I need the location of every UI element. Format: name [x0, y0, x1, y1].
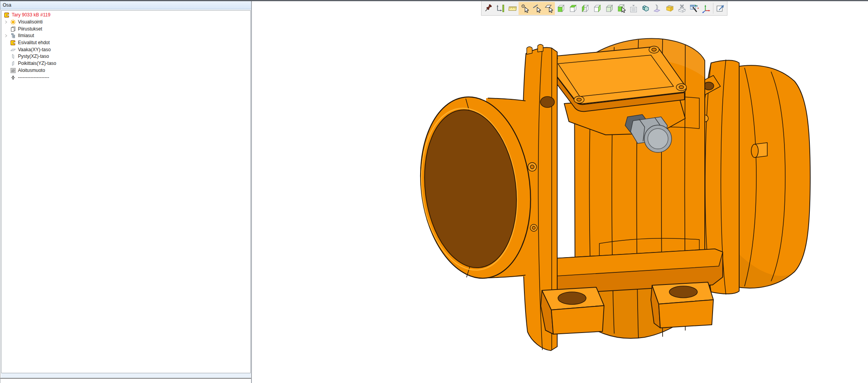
delete-box-icon: [677, 4, 687, 13]
sun-icon: [10, 19, 16, 25]
tree-item-label: Visualisointi: [18, 19, 43, 25]
show-solid-button[interactable]: [603, 2, 615, 15]
panel-title: Osa: [3, 2, 11, 8]
expand-chevron[interactable]: [4, 20, 10, 25]
viewport-3d[interactable]: [252, 1, 868, 383]
tree-item-label: Aloitusmuoto: [18, 68, 45, 73]
chevron-spacer: [4, 26, 10, 32]
solid-model-icon: [641, 4, 651, 13]
sheet-unfold-icon: [653, 4, 663, 13]
chevron-spacer: [4, 47, 10, 52]
preselect-icon: [10, 40, 16, 46]
axes-icon: [701, 4, 711, 13]
list-dropdown-icon: [629, 4, 638, 13]
feature-list-button[interactable]: [627, 2, 640, 15]
export-view-icon: [715, 4, 725, 13]
expand-chevron[interactable]: [4, 33, 10, 39]
select-vertex-button[interactable]: [519, 2, 531, 15]
panel-viewport-splitter[interactable]: [251, 1, 252, 383]
tree-item-visualisointi[interactable]: Visualisointi: [2, 19, 250, 26]
toolbar: [481, 1, 727, 16]
panel-header: Osa: [0, 1, 251, 9]
lower-panel-header: [1, 373, 251, 378]
section-box-button[interactable]: [664, 2, 676, 15]
cube-solid-icon: [604, 4, 614, 13]
ruler-icon: [508, 4, 517, 13]
tree-item-label: Poikittais(YZ)-taso: [18, 61, 56, 66]
show-side-face-button[interactable]: [591, 2, 603, 15]
select-solid-button[interactable]: [615, 2, 627, 15]
coordinate-axes-button[interactable]: [700, 2, 712, 15]
vibration-motor-model[interactable]: [252, 1, 868, 383]
tree-item-poikittais-yz-taso[interactable]: Poikittais(YZ)-taso: [2, 60, 250, 67]
chevron-spacer: [4, 68, 10, 73]
measure-offset-icon: [495, 4, 505, 13]
rollback-icon: [10, 75, 16, 81]
chevron-spacer: [4, 75, 10, 80]
tree-item-tary-9033-kb-119[interactable]: Tary 9033 kB #119: [2, 12, 250, 19]
section-box-icon: [665, 4, 675, 13]
cube-front-face-icon: [556, 4, 566, 13]
select-vertex-icon: [520, 4, 529, 13]
measure-offset-button[interactable]: [494, 2, 506, 15]
tree-item-vaaka-xy-taso[interactable]: Vaaka(XY)-taso: [2, 46, 250, 53]
plane-xz-icon: [10, 54, 16, 59]
window-top-edge: [0, 0, 868, 1]
cube-select-icon: [617, 4, 626, 13]
show-back-face-button[interactable]: [579, 2, 591, 15]
cube-side-face-icon: [592, 4, 602, 13]
feature-tree: Tary 9033 kB #119VisualisointiPiirustuks…: [1, 10, 251, 373]
chevron-right-icon: [4, 34, 8, 38]
tree-item-rollback-bar[interactable]: --------------------: [2, 74, 250, 81]
show-front-face-button[interactable]: [555, 2, 567, 15]
plane-xy-icon: [10, 47, 16, 53]
chevron-right-icon: [4, 20, 8, 24]
chevron-spacer: [4, 61, 10, 66]
tree-item-label: --------------------: [18, 75, 49, 81]
select-face-button[interactable]: [543, 2, 555, 15]
tree-item-ilmiasut[interactable]: Ilmiasut: [2, 32, 250, 39]
feature-tree-panel: Osa Tary 9033 kB #119VisualisointiPiirus…: [0, 1, 251, 383]
chevron-spacer: [4, 40, 10, 46]
sheet-unfold-button[interactable]: [652, 2, 664, 15]
tree-item-pysty-xz-taso[interactable]: Pysty(XZ)-taso: [2, 53, 250, 60]
show-top-face-button[interactable]: [567, 2, 579, 15]
table-wand-icon: [689, 4, 699, 13]
tree-item-esivalitut-ehdot[interactable]: Esivalitut ehdot: [2, 39, 250, 47]
tree-item-label: Ilmiasut: [18, 33, 34, 39]
plane-yz-icon: [10, 61, 16, 66]
cube-top-face-icon: [568, 4, 578, 13]
ruler-button[interactable]: [506, 2, 519, 15]
delete-solid-button[interactable]: [676, 2, 688, 15]
select-face-icon: [544, 4, 554, 13]
tree-item-label: Piirustukset: [18, 26, 42, 32]
part-icon: [4, 12, 10, 18]
tree-item-aloitusmuoto[interactable]: Aloitusmuoto: [2, 67, 250, 74]
tree-item-label: Pysty(XZ)-taso: [18, 54, 49, 59]
pin-button[interactable]: [482, 2, 494, 15]
table-wizard-button[interactable]: [688, 2, 700, 15]
tree-item-label: Vaaka(XY)-taso: [18, 47, 51, 53]
toolbar-separator: [713, 3, 713, 14]
select-edge-button[interactable]: [531, 2, 543, 15]
drawings-icon: [10, 26, 16, 32]
chevron-spacer: [4, 54, 10, 59]
tree-item-piirustukset[interactable]: Piirustukset: [2, 25, 250, 32]
solid-model-button[interactable]: [640, 2, 652, 15]
start-shape-icon: [10, 68, 16, 73]
panel-footer: [0, 379, 251, 383]
features-icon: [10, 33, 16, 39]
pushpin-icon: [483, 4, 493, 13]
select-edge-icon: [532, 4, 542, 13]
tree-item-label: Tary 9033 kB #119: [12, 12, 50, 18]
tree-item-label: Esivalitut ehdot: [18, 40, 50, 46]
cube-back-face-icon: [580, 4, 590, 13]
export-view-button[interactable]: [714, 2, 726, 15]
